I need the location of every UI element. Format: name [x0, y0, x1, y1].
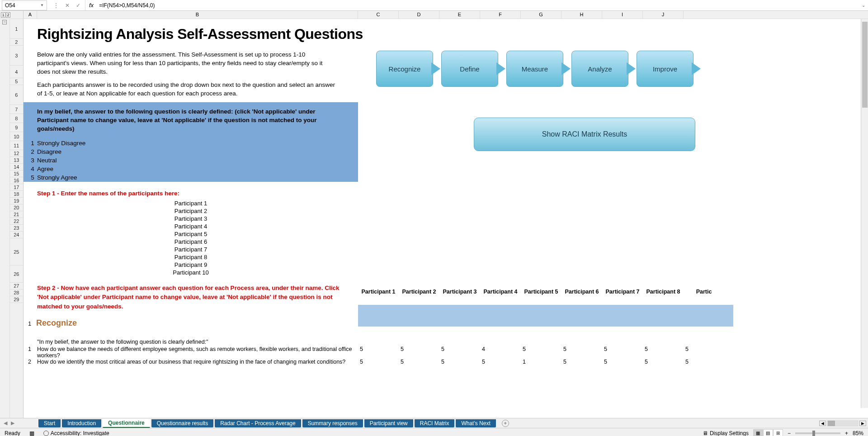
- col-header-B[interactable]: B: [37, 11, 358, 19]
- col-header-H[interactable]: H: [561, 11, 602, 19]
- horizontal-scroll[interactable]: ◀ ▶: [819, 420, 866, 427]
- row-4[interactable]: 4: [10, 66, 23, 78]
- show-raci-button[interactable]: Show RACI Matrix Results: [474, 118, 695, 151]
- zoom-handle[interactable]: [812, 431, 815, 436]
- col-header-A[interactable]: A: [24, 11, 37, 19]
- col-header-G[interactable]: G: [521, 11, 561, 19]
- tab-raci-matrix[interactable]: RACI Matrix: [415, 419, 455, 427]
- name-box[interactable]: O54 ▼: [2, 0, 47, 10]
- page-layout-button[interactable]: ▤: [763, 429, 773, 436]
- tab-radar-chart[interactable]: Radar Chart - Process Average: [215, 419, 301, 427]
- scale-row-3: 3Neutral: [24, 156, 358, 165]
- tab-summary-responses[interactable]: Summary responses: [302, 419, 363, 427]
- row-12[interactable]: 12: [10, 150, 23, 157]
- chevron-define[interactable]: Define: [441, 51, 498, 87]
- participant-5[interactable]: Participant 5: [24, 230, 358, 238]
- page-break-button[interactable]: ⊞: [773, 429, 783, 436]
- hscroll-left-icon[interactable]: ◀: [819, 421, 826, 426]
- outline-collapse-1[interactable]: −: [2, 20, 7, 24]
- formula-expand-icon[interactable]: ⌄: [859, 3, 868, 8]
- row-17[interactable]: 17: [10, 184, 23, 191]
- participant-8[interactable]: Participant 8: [24, 253, 358, 261]
- chevron-arrow-icon: [627, 62, 636, 75]
- row-6[interactable]: 6: [10, 85, 23, 105]
- col-header-F[interactable]: F: [480, 11, 521, 19]
- tab-whats-next[interactable]: What's Next: [456, 419, 495, 427]
- chevron-improve[interactable]: Improve: [637, 51, 693, 87]
- row-3[interactable]: 3: [10, 46, 23, 66]
- participant-3[interactable]: Participant 3: [24, 215, 358, 223]
- row-1[interactable]: 1: [10, 19, 23, 39]
- hscroll-right-icon[interactable]: ▶: [859, 421, 866, 426]
- row-27[interactable]: 27: [10, 283, 23, 289]
- col-header-J[interactable]: J: [643, 11, 684, 19]
- row-10[interactable]: 10: [10, 132, 23, 141]
- normal-view-button[interactable]: ▦: [753, 429, 763, 436]
- tab-nav-prev-icon[interactable]: ◀: [4, 420, 7, 426]
- fx-label[interactable]: fx: [85, 2, 97, 9]
- row-14[interactable]: 14: [10, 164, 23, 171]
- participant-6[interactable]: Participant 6: [24, 238, 358, 246]
- row-21[interactable]: 21: [10, 211, 23, 218]
- select-all-gutter[interactable]: [14, 11, 24, 19]
- row-11[interactable]: 11: [10, 141, 23, 150]
- step-1-label: Step 1 - Enter the names of the particip…: [24, 187, 724, 199]
- zoom-in-button[interactable]: +: [845, 430, 848, 436]
- row-8[interactable]: 8: [10, 114, 23, 123]
- row-5[interactable]: 5: [10, 78, 23, 85]
- participant-9[interactable]: Participant 9: [24, 261, 358, 269]
- row-2[interactable]: 2: [10, 39, 23, 46]
- row-19[interactable]: 19: [10, 198, 23, 204]
- zoom-out-button[interactable]: −: [788, 430, 791, 436]
- formula-input[interactable]: [97, 2, 859, 9]
- zoom-slider[interactable]: [795, 432, 840, 434]
- scrollbar-thumb[interactable]: [862, 22, 868, 108]
- row-25[interactable]: 25: [10, 238, 23, 265]
- row-29[interactable]: 29: [10, 296, 23, 303]
- row-24[interactable]: 24: [10, 232, 23, 238]
- vertical-scrollbar[interactable]: [861, 19, 868, 408]
- col-header-D[interactable]: D: [399, 11, 439, 19]
- tab-participant-view[interactable]: Participant view: [364, 419, 413, 427]
- accessibility-status[interactable]: Accessibility: Investigate: [43, 430, 109, 436]
- tab-start[interactable]: Start: [38, 419, 61, 427]
- participant-4[interactable]: Participant 4: [24, 223, 358, 230]
- row-26[interactable]: 26: [10, 265, 23, 283]
- participant-1[interactable]: Participant 1: [24, 199, 358, 207]
- row-22[interactable]: 22: [10, 218, 23, 225]
- participant-2[interactable]: Participant 2: [24, 207, 358, 215]
- col-header-E[interactable]: E: [439, 11, 480, 19]
- row-7[interactable]: 7: [10, 105, 23, 114]
- tab-questionnaire-results[interactable]: Questionnaire results: [151, 419, 213, 427]
- accept-formula-icon[interactable]: ✓: [76, 2, 80, 9]
- row-20[interactable]: 20: [10, 204, 23, 211]
- row-15[interactable]: 15: [10, 171, 23, 177]
- chevron-measure[interactable]: Measure: [506, 51, 563, 87]
- macro-record-icon[interactable]: ▦: [29, 430, 34, 436]
- row-16[interactable]: 16: [10, 177, 23, 184]
- participant-7[interactable]: Participant 7: [24, 246, 358, 253]
- col-header-I[interactable]: I: [602, 11, 643, 19]
- chevron-analyze[interactable]: Analyze: [571, 51, 628, 87]
- row-18[interactable]: 18: [10, 191, 23, 198]
- display-settings-button[interactable]: 🖥 Display Settings: [703, 430, 749, 436]
- zoom-level[interactable]: 85%: [853, 430, 863, 436]
- outline-level-2[interactable]: 2: [6, 12, 10, 18]
- name-box-dropdown-icon[interactable]: ▼: [40, 3, 44, 7]
- worksheet-body[interactable]: Rightsizing Analysis Self-Assessment Que…: [24, 19, 868, 418]
- row-23[interactable]: 23: [10, 225, 23, 232]
- col-header-C[interactable]: C: [358, 11, 399, 19]
- tab-nav-next-icon[interactable]: ▶: [11, 420, 14, 426]
- participant-10[interactable]: Participant 10: [24, 269, 358, 276]
- formula-more-icon[interactable]: ⋮: [53, 2, 59, 9]
- row-13[interactable]: 13: [10, 157, 23, 164]
- row-28[interactable]: 28: [10, 289, 23, 296]
- add-sheet-button[interactable]: +: [502, 420, 509, 427]
- outline-level-1[interactable]: 1: [1, 12, 5, 18]
- tab-questionnaire[interactable]: Questionnaire: [103, 419, 150, 428]
- cancel-formula-icon[interactable]: ✕: [65, 2, 70, 9]
- chevron-recognize[interactable]: Recognize: [376, 51, 433, 87]
- hscroll-thumb[interactable]: [828, 421, 835, 426]
- tab-introduction[interactable]: Introduction: [62, 419, 101, 427]
- row-9[interactable]: 9: [10, 123, 23, 132]
